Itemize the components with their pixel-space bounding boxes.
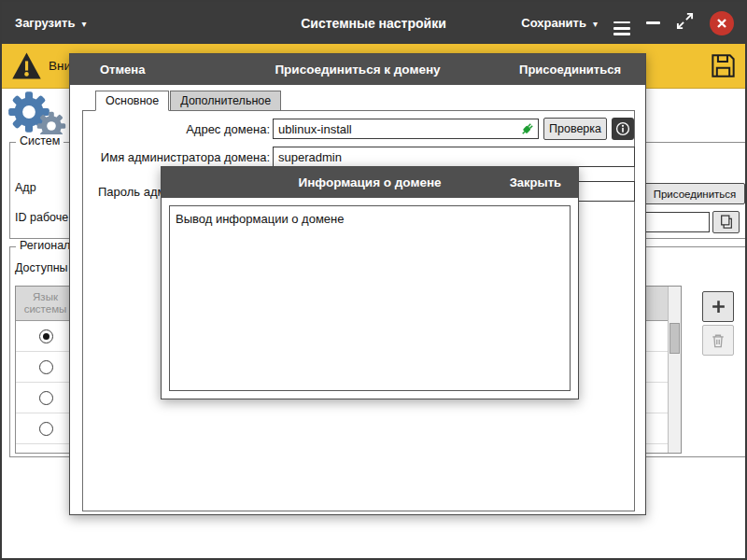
workstation-id-label: ID рабоче [15,211,68,224]
save-dropdown[interactable]: Сохранить [521,16,598,30]
delete-icon [710,332,726,349]
window-title: Системные настройки [301,16,446,31]
join-domain-button-label: Присоединиться [654,189,737,200]
domain-address-input[interactable] [273,119,539,139]
info-dialog-header: Информация о домене Закрыть [162,167,578,198]
close-dialog-button[interactable]: Закрыть [510,175,561,189]
radio-selected-icon[interactable] [39,329,53,343]
domain-info-output: Вывод информации о домене [169,205,571,391]
workstation-id-input[interactable] [643,212,710,232]
add-icon [711,299,726,315]
close-button[interactable] [710,11,734,35]
minimize-icon [646,21,660,24]
hamburger-icon [613,21,630,35]
connection-status-icon [519,120,536,141]
load-dropdown-label: Загрузить [15,16,75,30]
join-confirm-button[interactable]: Присоединиться [519,63,621,77]
chevron-down-icon [586,16,598,30]
admin-name-input[interactable] [273,147,635,167]
add-language-button[interactable] [702,291,734,322]
copy-button[interactable] [712,211,740,233]
radio-unselected-icon[interactable] [39,422,53,436]
domain-address-field-wrap [273,119,539,139]
domain-info-button[interactable] [612,118,634,140]
expand-icon [676,12,694,30]
load-dropdown[interactable]: Загрузить [15,16,86,30]
warning-icon [11,51,42,80]
cancel-button[interactable]: Отмена [100,63,145,77]
chevron-down-icon [75,16,86,30]
join-dialog-tabs: Основное Дополнительное [95,91,281,111]
fullscreen-button[interactable] [676,12,694,34]
admin-name-label: Имя администратора домена: [83,150,270,164]
minimize-button[interactable] [646,21,660,24]
available-languages-label: Доступны [15,261,68,274]
check-button[interactable]: Проверка [543,118,607,140]
language-column-header: Язык системы [16,287,76,320]
join-dialog-title: Присоединиться к домену [275,63,440,77]
tab-additional[interactable]: Дополнительное [170,91,281,111]
radio-unselected-icon[interactable] [39,360,53,374]
table-scrollbar[interactable] [668,287,681,453]
address-label: Адр [15,181,36,194]
save-dropdown-label: Сохранить [521,16,586,30]
scrollbar-thumb[interactable] [669,323,680,354]
save-icon-button[interactable] [710,52,737,83]
delete-language-button[interactable] [702,325,734,356]
info-dialog-title: Информация о домене [298,175,441,189]
regional-group-label: Регионал [16,239,74,252]
menu-button[interactable] [613,10,630,35]
domain-address-label: Адрес домена: [83,122,270,136]
join-dialog-header: Отмена Присоединиться к домену Присоедин… [70,54,645,85]
system-group-label: Систем [16,134,63,147]
copy-icon [718,214,735,231]
system-settings-window: Загрузить Системные настройки Сохранить [0,0,747,560]
tab-main[interactable]: Основное [95,91,169,111]
radio-unselected-icon[interactable] [39,391,53,405]
close-icon [716,18,727,29]
check-button-label: Проверка [549,122,601,135]
save-floppy-icon [710,52,737,79]
join-domain-button[interactable]: Присоединиться [644,183,745,204]
domain-info-dialog: Информация о домене Закрыть Вывод информ… [161,166,579,399]
info-icon [615,121,630,136]
titlebar-actions: Сохранить [521,2,734,44]
window-titlebar: Загрузить Системные настройки Сохранить [2,2,745,44]
